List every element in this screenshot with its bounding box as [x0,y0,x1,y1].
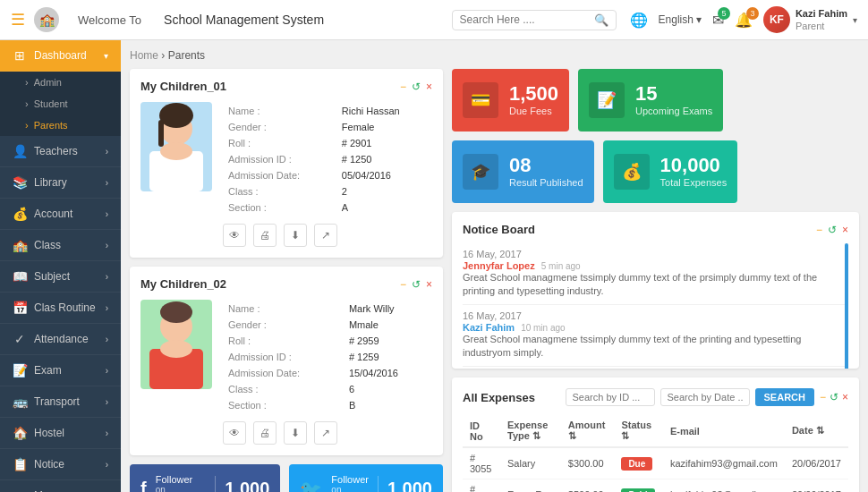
sidebar-item-teachers[interactable]: 👤 Teachers › [0,136,121,167]
expenses-title: All Expenses [463,391,535,404]
child2-download-btn[interactable]: ⬇ [284,421,307,445]
sidebar-item-class[interactable]: 🏫 Class › [0,230,121,261]
child2-minimize-icon[interactable]: − [400,278,406,291]
child2-view-btn[interactable]: 👁 [223,421,246,445]
user-info: Kazi Fahim Parent [796,7,847,33]
language-selector[interactable]: English ▾ [659,13,702,26]
expenses-search-id[interactable] [566,388,655,406]
child1-minimize-icon[interactable]: − [400,81,406,93]
child2-title: My Children_02 [140,277,226,291]
notice-scrollbar[interactable] [845,243,848,369]
stat-result-value: 08 [509,156,583,175]
bell-badge: 3 [746,7,759,20]
child1-share-btn[interactable]: ↗ [314,224,337,247]
table-row: # 3055 Salary $300.00 Due kazifahim93@gm… [463,447,848,479]
status-badge-due: Due [621,457,652,471]
col-date: Date ⇅ [785,415,848,447]
stat-exams-value: 15 [635,84,712,104]
child1-close-icon[interactable]: × [426,81,432,93]
child2-refresh-icon[interactable]: ↺ [412,278,421,291]
stat-exams-info: 15 Upcoming Exams [635,84,712,116]
globe-icon: 🌐 [630,12,648,29]
sidebar: ⊞ Dashboard ▾ Admin Student Parents 👤 Te… [0,40,121,492]
child1-title: My Children_01 [140,80,226,93]
notice-author-1: Jennyfar Lopez [463,260,535,271]
row2-type: Exam Fee [500,479,561,493]
notice-title: Notice Board [463,223,535,236]
row2-amount: $500.00 [561,479,615,493]
child2-roll: # 2959 [345,334,430,348]
sidebar-item-attendance[interactable]: ✓ Attendance › [0,324,121,355]
expenses-search-date[interactable] [660,388,750,406]
notice-icon: 📋 [13,457,27,471]
row1-id: # 3055 [463,447,500,479]
expenses-header: All Expenses SEARCH − ↺ × [463,388,848,406]
sidebar-sub-admin[interactable]: Admin [0,72,121,93]
notice-close-icon[interactable]: × [842,224,848,236]
sidebar-sub-parents[interactable]: Parents [0,115,121,136]
user-name: Kazi Fahim [796,7,847,20]
bell-icon-btn[interactable]: 🔔 3 [735,12,753,29]
sidebar-sub-student[interactable]: Student [0,93,121,115]
breadcrumb-home[interactable]: Home [130,49,158,62]
sidebar-item-account[interactable]: 💰 Account › [0,199,121,230]
menu-icon[interactable]: ☰ [11,10,25,30]
facebook-card: f Follower on Facebook 1,000 [130,464,280,492]
sidebar-item-routine[interactable]: 📅 Clas Routine › [0,293,121,324]
child1-view-btn[interactable]: 👁 [223,224,246,247]
label-roll: Roll : [225,136,336,150]
expenses-refresh-icon[interactable]: ↺ [830,391,838,403]
notice-refresh-icon[interactable]: ↺ [828,224,837,236]
sidebar-item-notice[interactable]: 📋 Notice › [0,449,121,480]
row1-type: Salary [500,447,561,479]
facebook-label: Follower on Facebook [156,474,207,493]
notice-author-2: Kazi Fahim [463,322,515,333]
mail-icon-btn[interactable]: ✉ 5 [712,12,724,29]
child1-refresh-icon[interactable]: ↺ [412,81,421,93]
sidebar-item-exam[interactable]: 📝 Exam › [0,355,121,386]
content-flex: My Children_01 − ↺ × [130,69,859,492]
twitter-icon: 🐦 [300,479,322,493]
expenses-minimize-icon[interactable]: − [820,391,826,403]
sidebar-item-message[interactable]: ✉ Message › [0,480,121,492]
child2-actions: − ↺ × [400,278,432,291]
stat-result-label: Result Published [509,177,583,188]
sidebar-item-hostel[interactable]: 🏠 Hostel › [0,418,121,449]
child2-body: Name :Mark Willy Gender :Mmale Roll :# 2… [140,300,432,445]
expenses-search-btn[interactable]: SEARCH [755,388,814,406]
notice-author-row-2: Kazi Fahim 10 min ago [463,322,848,333]
expenses-card: All Expenses SEARCH − ↺ × [452,377,859,492]
child2-share-btn[interactable]: ↗ [314,421,337,445]
expenses-table-header: ID No Expense Type ⇅ Amount ⇅ Status ⇅ E… [463,415,848,447]
expenses-close-icon[interactable]: × [842,391,848,403]
child1-header: My Children_01 − ↺ × [140,80,432,93]
label-gender: Gender : [225,120,336,134]
child1-actions: − ↺ × [400,81,432,93]
label-name2: Name : [225,301,344,316]
search-bar[interactable]: 🔍 [452,10,617,30]
library-icon: 📚 [13,175,27,190]
teachers-icon: 👤 [13,144,27,158]
child1-info: Name :Richi Hassan Gender :Female Roll :… [223,102,432,247]
user-menu[interactable]: KF Kazi Fahim Parent ▾ [763,6,857,33]
child2-close-icon[interactable]: × [426,278,432,291]
row1-email: kazifahim93@gmail.com [663,447,785,479]
child2-print-btn[interactable]: 🖨 [253,421,277,445]
child1-avatar-svg [140,102,212,191]
child1-admission-id: # 1250 [338,152,430,166]
notice-minimize-icon[interactable]: − [816,224,822,236]
sidebar-item-library[interactable]: 📚 Library › [0,167,121,199]
child1-print-btn[interactable]: 🖨 [253,224,277,247]
sidebar-item-transport[interactable]: 🚌 Transport › [0,386,121,418]
child1-download-btn[interactable]: ⬇ [284,224,307,247]
sidebar-item-subject[interactable]: 📖 Subject › [0,261,121,293]
right-col: 💳 1,500 Due Fees 📝 15 Upcoming Exams [452,69,859,492]
header-icons: 🌐 English ▾ ✉ 5 🔔 3 KF Kazi Fahim Parent [630,6,857,33]
child2-info: Name :Mark Willy Gender :Mmale Roll :# 2… [223,300,432,445]
stat-fees-label: Due Fees [509,106,558,116]
search-input[interactable] [460,13,594,26]
notice-author-row-1: Jennyfar Lopez 5 min ago [463,260,848,271]
sidebar-item-dashboard[interactable]: ⊞ Dashboard ▾ [0,40,121,72]
stat-fees-icon: 💳 [463,82,498,118]
col-status: Status ⇅ [614,415,663,447]
